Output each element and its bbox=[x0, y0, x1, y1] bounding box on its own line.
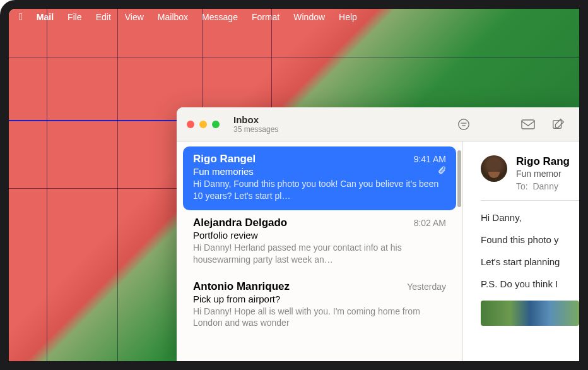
message-count: 35 messages bbox=[233, 125, 278, 134]
message-time: 8:02 AM bbox=[414, 218, 446, 228]
paperclip-icon bbox=[437, 166, 446, 177]
envelope-icon[interactable] bbox=[517, 117, 539, 132]
message-list[interactable]: Rigo Rangel 9:41 AM Fun memories Hi Dann… bbox=[177, 141, 463, 361]
window-titlebar: Inbox 35 messages bbox=[177, 107, 579, 141]
message-sender: Antonio Manriquez bbox=[193, 280, 290, 293]
reader-body: Hi Danny, Found this photo y Let's start… bbox=[481, 201, 579, 326]
message-item[interactable]: Antonio Manriquez Yesterday Pick up from… bbox=[177, 274, 462, 338]
mail-window: Inbox 35 messages bbox=[177, 107, 579, 361]
window-title: Inbox bbox=[233, 114, 278, 125]
message-preview: Hi Danny! Herland passed me your contact… bbox=[193, 242, 446, 266]
message-item[interactable]: Alejandra Delgado 8:02 AM Portfolio revi… bbox=[177, 210, 462, 274]
message-subject: Portfolio review bbox=[193, 230, 446, 241]
compose-icon[interactable] bbox=[548, 117, 569, 132]
guide-line bbox=[47, 9, 47, 361]
menu-window[interactable]: Window bbox=[293, 12, 325, 22]
message-subject: Fun memories bbox=[193, 166, 254, 177]
message-time: 9:41 AM bbox=[414, 154, 446, 164]
minimize-button[interactable] bbox=[199, 121, 207, 128]
menubar-app[interactable]: Mail bbox=[37, 12, 54, 22]
traffic-lights bbox=[187, 121, 220, 128]
reader-subject: Fun memor bbox=[516, 169, 579, 179]
body-line: P.S. Do you think I bbox=[481, 278, 579, 289]
menu-message[interactable]: Message bbox=[202, 12, 238, 22]
message-time: Yesterday bbox=[407, 282, 446, 292]
svg-rect-1 bbox=[522, 120, 534, 129]
message-sender: Alejandra Delgado bbox=[193, 217, 287, 229]
menu-edit[interactable]: Edit bbox=[96, 12, 111, 22]
maximize-button[interactable] bbox=[212, 121, 220, 128]
menu-format[interactable]: Format bbox=[252, 12, 279, 22]
message-reader: Rigo Rang Fun memor To: Danny Hi Danny, … bbox=[463, 141, 579, 361]
message-preview: Hi Danny! Hope all is well with you. I'm… bbox=[193, 306, 446, 330]
to-label: To: bbox=[516, 181, 528, 191]
apple-icon[interactable]:  bbox=[19, 11, 23, 23]
menu-view[interactable]: View bbox=[125, 12, 144, 22]
guide-line bbox=[9, 57, 579, 57]
to-recipient: Danny bbox=[532, 181, 558, 191]
system-menubar:  Mail File Edit View Mailbox Message Fo… bbox=[9, 9, 579, 25]
body-line: Let's start planning bbox=[481, 256, 579, 267]
reader-sender: Rigo Rang bbox=[516, 155, 579, 168]
body-line: Found this photo y bbox=[481, 234, 579, 245]
desktop-wallpaper:  Mail File Edit View Mailbox Message Fo… bbox=[9, 9, 579, 361]
message-item[interactable]: Rigo Rangel 9:41 AM Fun memories Hi Dann… bbox=[183, 146, 456, 210]
message-preview: Hi Danny, Found this photo you took! Can… bbox=[193, 178, 446, 202]
svg-point-0 bbox=[459, 119, 469, 129]
message-subject: Pick up from airport? bbox=[193, 294, 446, 304]
avatar bbox=[481, 155, 507, 182]
attached-image[interactable] bbox=[481, 301, 579, 326]
guide-line bbox=[117, 9, 118, 361]
menu-help[interactable]: Help bbox=[339, 12, 357, 22]
body-line: Hi Danny, bbox=[481, 212, 579, 223]
menu-mailbox[interactable]: Mailbox bbox=[158, 12, 188, 22]
filter-icon[interactable] bbox=[453, 117, 474, 132]
menu-file[interactable]: File bbox=[68, 12, 82, 22]
scrollbar[interactable] bbox=[457, 150, 461, 207]
message-sender: Rigo Rangel bbox=[193, 153, 256, 165]
close-button[interactable] bbox=[187, 121, 194, 128]
